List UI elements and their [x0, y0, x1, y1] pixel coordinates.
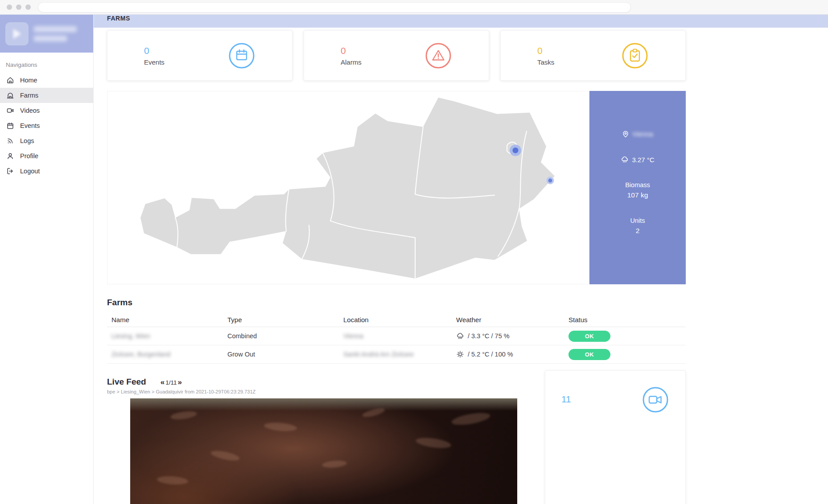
- cloud-rain-icon: [621, 156, 629, 164]
- map-marker-vienna[interactable]: [510, 144, 521, 156]
- calendar-circle-icon: [228, 42, 255, 70]
- alert-triangle-circle-icon: [424, 42, 452, 70]
- window-controls: [7, 4, 31, 10]
- sidebar-item-logout[interactable]: Logout: [0, 164, 93, 179]
- panel-temperature: 3.27 °C: [632, 156, 654, 164]
- panel-location: Vienna: [632, 130, 653, 138]
- col-weather: Weather: [456, 316, 568, 324]
- sidebar-item-profile[interactable]: Profile: [0, 148, 93, 164]
- sidebar-item-home[interactable]: Home: [0, 73, 93, 88]
- farm-weather: / 5.2 °C / 100 %: [468, 351, 513, 358]
- map-section: Vienna 3.27 °C Biomass 107 kg Units 2: [107, 91, 686, 284]
- videos-stat-card[interactable]: 11: [545, 370, 686, 504]
- sidebar-item-events[interactable]: Events: [0, 118, 93, 133]
- home-icon: [6, 76, 14, 84]
- sidebar-item-label: Logs: [20, 137, 34, 144]
- app-logo: [0, 15, 93, 53]
- pager-page-indicator: 1/11: [165, 379, 177, 386]
- farms-table: Name Type Location Weather Status Liesin…: [107, 313, 686, 364]
- pager-next-button[interactable]: »: [177, 378, 181, 387]
- logo-mark-icon: [5, 22, 29, 45]
- sidebar-item-label: Profile: [20, 152, 38, 160]
- window-minimize-button[interactable]: [16, 4, 21, 10]
- window-maximize-button[interactable]: [25, 4, 31, 10]
- panel-biomass-label: Biomass: [625, 181, 650, 188]
- austria-map-svg: [107, 91, 589, 284]
- sidebar-item-logs[interactable]: Logs: [0, 133, 93, 148]
- farm-icon: [6, 91, 14, 99]
- page-header: FARMS: [94, 15, 828, 28]
- farm-name: Zicksee, Burgenland: [111, 351, 227, 358]
- col-status: Status: [568, 316, 686, 324]
- events-label: Events: [144, 58, 165, 66]
- austria-map: [107, 91, 589, 284]
- events-count: 0: [144, 45, 165, 56]
- live-feed-title: Live Feed: [107, 377, 146, 387]
- sun-icon: [456, 350, 464, 358]
- map-marker-zicksee[interactable]: [547, 177, 554, 184]
- tasks-label: Tasks: [537, 58, 554, 66]
- url-bar[interactable]: [38, 2, 631, 12]
- sidebar-item-videos[interactable]: Videos: [0, 103, 93, 118]
- farm-type: Grow Out: [227, 351, 343, 358]
- feed-pager: « 1/11 »: [161, 378, 182, 387]
- alarms-stat-card[interactable]: 0 Alarms: [304, 30, 489, 81]
- farm-weather: / 3.3 °C / 75 %: [468, 332, 510, 340]
- screen: Navigations Home Farms Videos Events Log…: [0, 0, 828, 504]
- page-title: FARMS: [107, 15, 130, 22]
- alarms-label: Alarms: [341, 58, 362, 66]
- status-badge: OK: [568, 331, 610, 342]
- window-close-button[interactable]: [7, 4, 12, 10]
- map-pin-icon: [622, 131, 629, 138]
- video-camera-circle-icon: [642, 386, 669, 414]
- videos-count: 11: [561, 394, 571, 504]
- status-badge: OK: [568, 349, 610, 360]
- cloud-rain-icon: [456, 332, 464, 340]
- tasks-stat-card[interactable]: 0 Tasks: [500, 30, 686, 81]
- farm-location: Sankt Andrä Am Zicksee: [343, 351, 456, 358]
- col-name: Name: [111, 316, 227, 324]
- table-header-row: Name Type Location Weather Status: [107, 313, 686, 327]
- events-stat-card[interactable]: 0 Events: [107, 30, 292, 81]
- sidebar-item-label: Home: [20, 77, 37, 84]
- farm-summary-panel: Vienna 3.27 °C Biomass 107 kg Units 2: [589, 91, 686, 284]
- farms-section: Farms Name Type Location Weather Status …: [107, 298, 686, 364]
- sidebar-item-farms[interactable]: Farms: [0, 88, 93, 103]
- person-icon: [6, 152, 14, 160]
- stats-row: 0 Events 0 Alarms: [107, 30, 686, 81]
- clipboard-check-circle-icon: [621, 42, 649, 70]
- logo-wordmark: [34, 26, 77, 41]
- farm-name: Liesing, Wien: [111, 332, 227, 340]
- panel-biomass-value: 107 kg: [625, 191, 650, 199]
- austria-outline: [140, 98, 555, 279]
- nav-section-label: Navigations: [0, 53, 93, 73]
- sidebar-item-label: Farms: [20, 92, 38, 99]
- table-row[interactable]: Zicksee, Burgenland Grow Out Sankt Andrä…: [107, 345, 686, 364]
- panel-units-label: Units: [630, 217, 645, 224]
- sidebar-item-label: Videos: [20, 107, 40, 114]
- live-feed-section: Live Feed « 1/11 » bpe > Liesing_Wien > …: [107, 377, 686, 504]
- sidebar: Navigations Home Farms Videos Events Log…: [0, 15, 94, 504]
- logout-icon: [6, 167, 14, 175]
- video-camera-icon: [6, 107, 14, 115]
- calendar-icon: [6, 122, 14, 130]
- panel-units-value: 2: [630, 227, 645, 235]
- live-feed-video[interactable]: [130, 398, 517, 504]
- sidebar-item-label: Logout: [20, 168, 40, 175]
- sidebar-item-label: Events: [20, 122, 40, 129]
- farm-location: Vienna: [343, 332, 456, 340]
- pager-prev-button[interactable]: «: [161, 378, 165, 387]
- alarms-count: 0: [341, 45, 362, 56]
- farm-type: Combined: [227, 332, 343, 340]
- col-location: Location: [343, 316, 456, 324]
- browser-chrome: [0, 0, 828, 15]
- rss-icon: [6, 137, 14, 145]
- farms-title: Farms: [107, 298, 686, 307]
- col-type: Type: [227, 316, 343, 324]
- table-row[interactable]: Liesing, Wien Combined Vienna / 3.3 °C /…: [107, 327, 686, 345]
- tasks-count: 0: [537, 45, 554, 56]
